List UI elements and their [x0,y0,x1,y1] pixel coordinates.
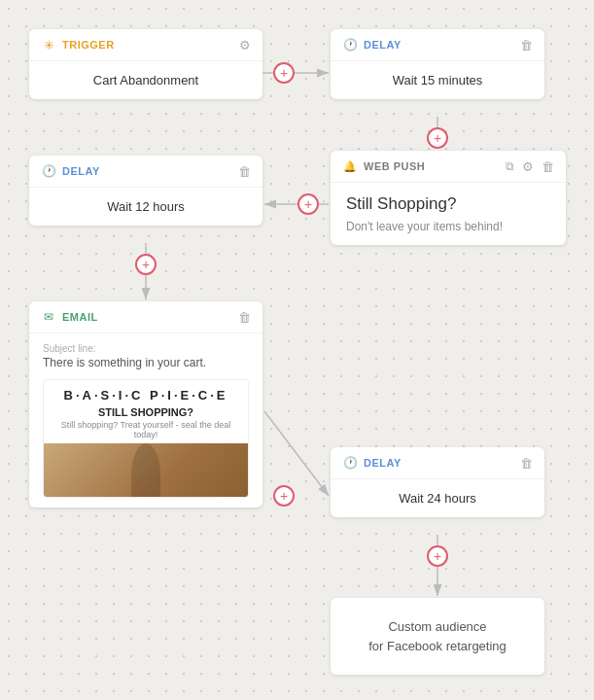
delay3-title: Wait 24 hours [399,491,476,506]
webpush-description: Don't leave your items behind! [346,220,550,233]
delay1-header-left: 🕐 Delay [342,37,402,52]
delay1-icon: 🕐 [342,37,358,52]
delay1-card-header: 🕐 Delay 🗑 [331,29,544,61]
custom-audience-title: Custom audience [346,617,529,637]
delay1-label: Delay [364,39,402,51]
email-label: Email [62,311,98,323]
email-preview: B·A·S·I·C P·I·E·C·E STILL SHOPPING? Stil… [43,379,249,498]
delay1-title: Wait 15 minutes [393,73,483,88]
delay1-card: 🕐 Delay 🗑 Wait 15 minutes [331,29,544,99]
delay2-trash-icon[interactable]: 🗑 [238,164,251,179]
webpush-card-header: 🔔 Web push ⧉ ⚙ 🗑 [331,151,566,183]
custom-audience-body: Custom audience for Facebook retargeting [331,598,544,675]
trigger-card: ✳ Trigger ⚙ Cart Abandonment [29,29,262,99]
delay2-card: 🕐 Delay 🗑 Wait 12 hours [29,156,262,226]
delay3-trash-icon[interactable]: 🗑 [520,456,533,471]
delay2-header-left: 🕐 Delay [41,163,100,179]
webpush-title: Still Shopping? [346,194,550,214]
delay2-title: Wait 12 hours [107,199,185,214]
workflow-canvas: ✳ Trigger ⚙ Cart Abandonment + 🕐 Delay 🗑… [0,0,594,700]
plus-delay2-email[interactable]: + [135,254,157,275]
plus-delay3-custom[interactable]: + [427,545,448,567]
custom-audience-subtitle: for Facebook retargeting [346,637,529,656]
email-card: ✉ Email 🗑 Subject line: There is somethi… [29,301,262,508]
delay3-card-header: 🕐 Delay 🗑 [331,447,544,479]
trigger-header-left: ✳ Trigger [41,37,115,52]
email-subject-label: Subject line: [43,343,249,354]
svg-line-5 [264,411,329,496]
email-card-header: ✉ Email 🗑 [29,301,262,333]
delay3-icon: 🕐 [342,455,358,471]
email-brand: B·A·S·I·C P·I·E·C·E [53,388,238,402]
webpush-icon: 🔔 [342,158,358,174]
webpush-header-left: 🔔 Web push [342,158,425,174]
email-body: Subject line: There is something in your… [29,333,262,508]
email-subject-text: There is something in your cart. [43,356,249,369]
trigger-icon: ✳ [41,37,56,52]
plus-email-delay3[interactable]: + [273,485,295,507]
email-header-left: ✉ Email [41,309,98,325]
email-headline: STILL SHOPPING? [53,406,238,418]
delay3-header-left: 🕐 Delay [342,455,402,471]
webpush-copy-icon[interactable]: ⧉ [506,159,514,173]
trigger-card-header: ✳ Trigger ⚙ [29,29,262,61]
email-icon: ✉ [41,309,56,325]
delay3-card: 🕐 Delay 🗑 Wait 24 hours [331,447,544,517]
email-preview-header: B·A·S·I·C P·I·E·C·E STILL SHOPPING? Stil… [44,380,248,443]
webpush-trash-icon[interactable]: 🗑 [542,159,554,174]
delay1-trash-icon[interactable]: 🗑 [520,38,533,52]
delay3-body: Wait 24 hours [331,479,544,517]
email-preview-image [44,443,248,497]
delay2-card-header: 🕐 Delay 🗑 [29,156,262,188]
delay2-body: Wait 12 hours [29,188,262,226]
delay3-label: Delay [364,457,402,469]
trigger-gear-icon[interactable]: ⚙ [239,38,251,52]
plus-delay1-webpush[interactable]: + [427,127,448,149]
webpush-label: Web push [364,160,425,172]
plus-webpush-delay2[interactable]: + [297,193,319,215]
trigger-title: Cart Abandonment [93,73,198,88]
webpush-card: 🔔 Web push ⧉ ⚙ 🗑 Still Shopping? Don't l… [331,151,566,245]
delay2-label: Delay [62,165,100,177]
trigger-body: Cart Abandonment [29,61,262,99]
custom-audience-card: Custom audience for Facebook retargeting [331,598,544,675]
webpush-body: Still Shopping? Don't leave your items b… [331,183,566,245]
person-silhouette [131,443,160,497]
delay1-body: Wait 15 minutes [331,61,544,99]
webpush-gear-icon[interactable]: ⚙ [522,159,534,174]
delay2-icon: 🕐 [41,163,56,179]
plus-trigger-delay1[interactable]: + [273,62,295,84]
webpush-icons: ⧉ ⚙ 🗑 [506,159,554,174]
email-sub: Still shopping? Treat yourself - seal th… [53,420,238,439]
trigger-label: Trigger [62,39,115,51]
email-trash-icon[interactable]: 🗑 [238,310,251,325]
